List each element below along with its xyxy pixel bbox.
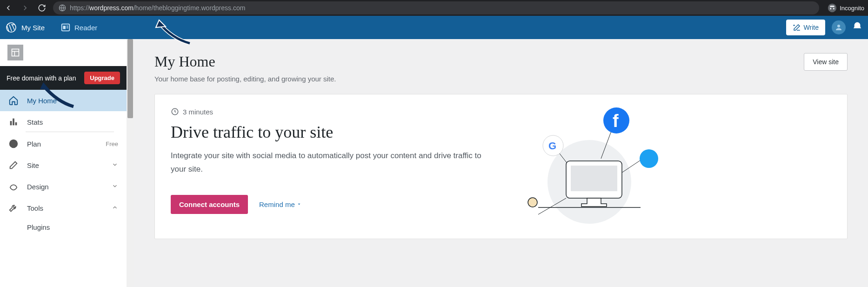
svg-rect-12 — [13, 119, 14, 126]
my-site-label: My Site — [21, 24, 45, 32]
svg-text:G: G — [548, 140, 556, 152]
chevron-down-icon — [112, 183, 118, 191]
free-domain-banner: Free domain with a plan Upgrade — [0, 66, 127, 90]
pencil-icon — [8, 160, 19, 170]
plan-icon — [8, 139, 19, 149]
sidebar-item-my-home[interactable]: My Home — [0, 90, 127, 111]
sidebar-item-label: Plan — [27, 140, 41, 148]
page-subtitle: Your home base for posting, editing, and… — [154, 75, 336, 83]
sidebar-item-stats[interactable]: Stats — [0, 111, 127, 133]
svg-rect-4 — [63, 26, 66, 29]
stats-icon — [8, 117, 19, 127]
reader-link[interactable]: Reader — [60, 22, 97, 33]
page-title: My Home — [154, 53, 336, 70]
svg-point-1 — [828, 4, 836, 12]
svg-rect-22 — [571, 166, 617, 191]
scrollbar-thumb[interactable] — [127, 39, 133, 118]
connect-accounts-button[interactable]: Connect accounts — [171, 195, 248, 214]
design-icon — [8, 181, 19, 192]
svg-point-29 — [528, 198, 537, 207]
sidebar-subitem-plugins[interactable]: Plugins — [0, 219, 127, 236]
site-switcher[interactable] — [0, 39, 127, 66]
card-description: Integrate your site with social media to… — [171, 149, 487, 176]
svg-point-14 — [9, 140, 18, 148]
forward-button[interactable] — [20, 3, 30, 13]
svg-rect-8 — [12, 49, 19, 56]
incognito-indicator: Incognito — [828, 3, 864, 13]
sidebar-scrollbar[interactable] — [127, 39, 134, 287]
estimated-time: 3 minutes — [171, 107, 487, 116]
chevron-down-icon — [297, 202, 301, 207]
clock-icon — [171, 107, 179, 116]
my-site-link[interactable]: My Site — [6, 22, 54, 33]
url-input[interactable]: https://wordpress.com/home/thebloggingti… — [53, 1, 819, 14]
upgrade-button[interactable]: Upgrade — [84, 72, 120, 84]
chevron-down-icon — [112, 161, 118, 169]
sidebar-item-site[interactable]: Site — [0, 154, 127, 176]
reload-button[interactable] — [37, 3, 47, 13]
sidebar: Free domain with a plan Upgrade My Home … — [0, 39, 127, 287]
sidebar-item-label: Stats — [27, 118, 43, 126]
sidebar-item-label: My Home — [27, 97, 57, 105]
profile-avatar-icon[interactable] — [832, 20, 846, 34]
sidebar-item-label: Design — [27, 183, 49, 191]
free-domain-label: Free domain with a plan — [7, 74, 76, 82]
view-site-button[interactable]: View site — [804, 53, 848, 71]
chevron-up-icon — [112, 204, 118, 212]
sidebar-item-plan[interactable]: Plan Free — [0, 133, 127, 154]
back-button[interactable] — [4, 3, 13, 13]
wp-topbar: My Site Reader Write — [0, 16, 868, 39]
sidebar-item-label: Site — [27, 161, 39, 169]
browser-address-bar: https://wordpress.com/home/thebloggingti… — [0, 0, 868, 16]
reader-label: Reader — [74, 24, 97, 32]
sidebar-item-tools[interactable]: Tools — [0, 197, 127, 219]
sidebar-item-label: Tools — [27, 204, 43, 212]
sidebar-item-design[interactable]: Design — [0, 176, 127, 197]
card-illustration: G f — [510, 107, 664, 226]
write-button[interactable]: Write — [786, 20, 825, 35]
svg-text:f: f — [613, 111, 619, 131]
svg-rect-11 — [10, 121, 12, 125]
remind-me-link[interactable]: Remind me — [259, 200, 301, 208]
notifications-icon[interactable] — [852, 21, 862, 33]
card-title: Drive traffic to your site — [171, 122, 487, 142]
incognito-label: Incognito — [840, 5, 864, 12]
site-layout-icon — [7, 45, 23, 60]
svg-point-28 — [640, 149, 658, 168]
wrench-icon — [8, 203, 19, 213]
sidebar-item-label: Plugins — [27, 223, 50, 231]
onboarding-card: 3 minutes Drive traffic to your site Int… — [154, 94, 848, 239]
plan-meta: Free — [106, 140, 118, 147]
svg-rect-13 — [15, 122, 17, 125]
home-icon — [8, 95, 19, 106]
url-text: https://wordpress.com/home/thebloggingti… — [70, 4, 245, 12]
write-label: Write — [804, 24, 819, 31]
svg-point-7 — [837, 25, 840, 27]
main-content: My Home Your home base for posting, edit… — [134, 39, 868, 287]
